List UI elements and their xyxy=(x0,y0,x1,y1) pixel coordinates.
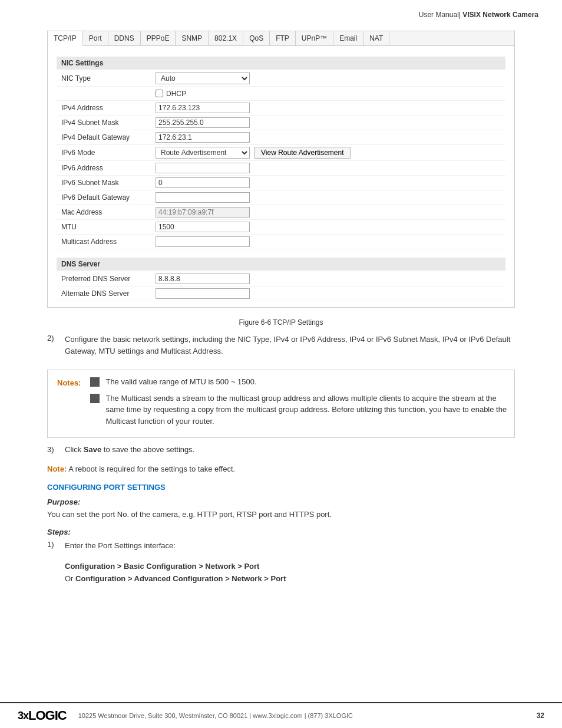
ipv6-address-input[interactable] xyxy=(156,163,250,173)
dhcp-checkbox[interactable] xyxy=(156,90,163,97)
tab-pppoe[interactable]: PPPoE xyxy=(141,31,176,45)
ipv4-address-value xyxy=(156,103,250,113)
nic-type-select[interactable]: Auto xyxy=(156,73,250,84)
ipv6-address-label: IPv6 Address xyxy=(61,164,156,172)
ipv6-subnet-label: IPv6 Subnet Mask xyxy=(61,179,156,187)
ipv6-mode-select[interactable]: Route Advertisement xyxy=(156,147,250,159)
ipv4-address-label: IPv4 Address xyxy=(61,104,156,112)
purpose-header: Purpose: xyxy=(47,498,515,506)
save-bold: Save xyxy=(84,445,101,454)
footer-logo: 3xLOGIC xyxy=(18,708,67,723)
dhcp-value: DHCP xyxy=(156,90,186,98)
tab-qos[interactable]: QoS xyxy=(243,31,270,45)
ipv6-address-value xyxy=(156,163,250,173)
mtu-label: MTU xyxy=(61,223,156,231)
ipv4-subnet-row: IPv4 Subnet Mask xyxy=(57,116,505,130)
tab-upnp[interactable]: UPnP™ xyxy=(296,31,333,45)
notes-box: Notes: The valid value range of MTU is 5… xyxy=(47,370,515,438)
note-item-1: The valid value range of MTU is 500 ~ 15… xyxy=(90,376,508,388)
nic-type-value: Auto xyxy=(156,73,250,84)
ipv6-address-row: IPv6 Address xyxy=(57,161,505,176)
nic-type-row: NIC Type Auto xyxy=(57,71,505,87)
mac-address-input xyxy=(156,207,250,218)
figure-caption: Figure 6-6 TCP/IP Settings xyxy=(47,318,515,327)
nav-path-1: Configuration > Basic Configuration > Ne… xyxy=(65,562,515,571)
tab-ftp[interactable]: FTP xyxy=(270,31,296,45)
ipv6-subnet-value xyxy=(156,177,250,188)
nav2-bold: Configuration > Advanced Configuration >… xyxy=(75,574,286,583)
panel-body: NIC Settings NIC Type Auto DHCP xyxy=(48,46,514,307)
ipv4-gateway-label: IPv4 Default Gateway xyxy=(61,133,156,141)
mtu-input[interactable] xyxy=(156,222,250,232)
header-text: User Manual| xyxy=(419,11,461,19)
multicast-address-row: Multicast Address xyxy=(57,235,505,249)
ipv4-gateway-input[interactable] xyxy=(156,132,250,143)
ipv4-address-input[interactable] xyxy=(156,103,250,113)
nav1-bold: Configuration > Basic Configuration > Ne… xyxy=(65,562,259,571)
ipv6-gateway-row: IPv6 Default Gateway xyxy=(57,190,505,205)
multicast-address-label: Multicast Address xyxy=(61,238,156,246)
footer-page-number: 32 xyxy=(537,711,544,720)
inline-note-text: A reboot is required for the settings to… xyxy=(68,465,235,473)
purpose-text: You can set the port No. of the camera, … xyxy=(47,509,515,521)
ipv6-gateway-value xyxy=(156,192,250,203)
settings-panel: TCP/IP Port DDNS PPPoE SNMP 802.1X QoS F… xyxy=(47,31,515,308)
steps-step1-item: 1) Enter the Port Settings interface: xyxy=(47,540,515,558)
note-text-1: The valid value range of MTU is 500 ~ 15… xyxy=(105,376,508,388)
dhcp-text: DHCP xyxy=(166,90,186,98)
ipv6-gateway-input[interactable] xyxy=(156,192,250,203)
tab-tcpip[interactable]: TCP/IP xyxy=(48,31,83,46)
ipv6-subnet-row: IPv6 Subnet Mask xyxy=(57,176,505,190)
note-bullet-2 xyxy=(90,394,100,403)
logo-3x: 3x xyxy=(18,710,28,722)
tab-ddns[interactable]: DDNS xyxy=(108,31,141,45)
alternate-dns-label: Alternate DNS Server xyxy=(61,289,156,298)
ipv4-gateway-row: IPv4 Default Gateway xyxy=(57,130,505,145)
tab-snmp[interactable]: SNMP xyxy=(176,31,209,45)
note-text-2: The Multicast sends a stream to the mult… xyxy=(105,393,508,427)
ipv6-gateway-label: IPv6 Default Gateway xyxy=(61,193,156,202)
dns-section-header: DNS Server xyxy=(57,258,505,271)
page-header: User Manual| VISIX Network Camera xyxy=(0,0,562,25)
step3-number: 3) xyxy=(47,445,65,460)
mac-address-value xyxy=(156,207,250,218)
multicast-address-input[interactable] xyxy=(156,236,250,247)
mac-address-row: Mac Address xyxy=(57,205,505,220)
multicast-address-value xyxy=(156,236,250,247)
nav-path-2: Or Configuration > Advanced Configuratio… xyxy=(65,574,515,583)
mtu-row: MTU xyxy=(57,220,505,235)
tab-email[interactable]: Email xyxy=(333,31,363,45)
dhcp-row: DHCP xyxy=(57,87,505,101)
ipv6-mode-value: Route Advertisement View Route Advertise… xyxy=(156,147,351,159)
step3-text: Click Save to save the above settings. xyxy=(65,445,194,454)
preferred-dns-label: Preferred DNS Server xyxy=(61,275,156,283)
main-content: TCP/IP Port DDNS PPPoE SNMP 802.1X QoS F… xyxy=(0,25,562,598)
page-footer: 3xLOGIC 10225 Westmoor Drive, Suite 300,… xyxy=(0,702,562,728)
ipv6-subnet-input[interactable] xyxy=(156,177,250,188)
notes-content: The valid value range of MTU is 500 ~ 15… xyxy=(90,370,514,437)
inline-note: Note: A reboot is required for the setti… xyxy=(47,465,515,473)
preferred-dns-row: Preferred DNS Server xyxy=(57,272,505,286)
footer-address: 10225 Westmoor Drive, Suite 300, Westmin… xyxy=(78,712,537,719)
steps-step1-text: Enter the Port Settings interface: xyxy=(65,540,176,552)
inline-note-label: Note: xyxy=(47,465,67,473)
step2-text: Configure the basic network settings, in… xyxy=(65,334,515,357)
steps-step1-number: 1) xyxy=(47,540,65,558)
view-route-button[interactable]: View Route Advertisement xyxy=(254,147,351,159)
dhcp-checkbox-label[interactable]: DHCP xyxy=(156,90,186,98)
tab-port[interactable]: Port xyxy=(83,31,108,45)
alternate-dns-value xyxy=(156,288,250,299)
notes-label: Notes: xyxy=(48,370,90,437)
preferred-dns-input[interactable] xyxy=(156,274,250,284)
mtu-value xyxy=(156,222,250,232)
logo-logic: LOGIC xyxy=(28,708,67,723)
step3-item: 3) Click Save to save the above settings… xyxy=(47,445,515,460)
tab-nat[interactable]: NAT xyxy=(363,31,389,45)
tab-8021x[interactable]: 802.1X xyxy=(209,31,243,45)
ipv4-subnet-input[interactable] xyxy=(156,117,250,128)
ipv6-mode-row: IPv6 Mode Route Advertisement View Route… xyxy=(57,145,505,161)
ipv6-mode-label: IPv6 Mode xyxy=(61,149,156,157)
step2-item: 2) Configure the basic network settings,… xyxy=(47,334,515,363)
alternate-dns-input[interactable] xyxy=(156,288,250,299)
nic-type-label: NIC Type xyxy=(61,74,156,83)
